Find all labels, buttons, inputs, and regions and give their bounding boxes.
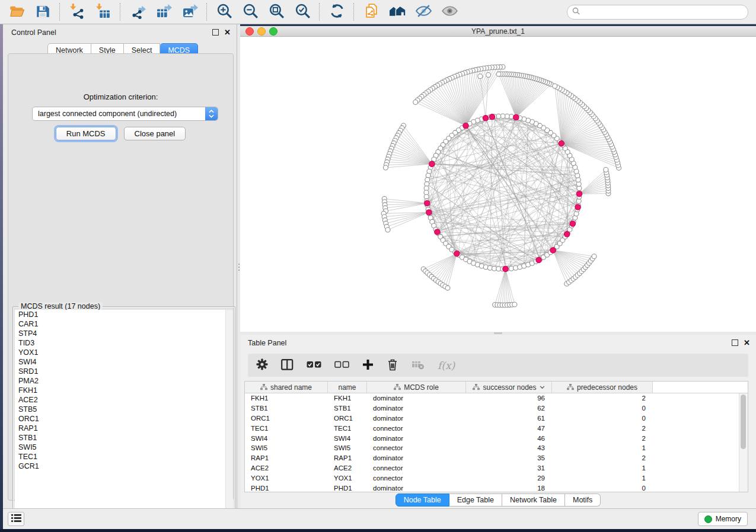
table-row[interactable]: SWI5SWI5connector431 [245, 443, 748, 453]
tab-node-table[interactable]: Node Table [395, 493, 449, 507]
node-table: shared namenameMCDS rolesuccessor nodesp… [244, 381, 748, 492]
table-row[interactable]: ACE2ACE2connector311 [245, 463, 748, 473]
deselect-all-columns-button[interactable] [334, 360, 349, 371]
clone-network-button[interactable] [362, 3, 380, 21]
export-network-button[interactable] [129, 3, 146, 21]
create-column-button[interactable] [362, 359, 374, 372]
mcds-result-item[interactable]: SWI5 [15, 443, 233, 452]
zoom-fit-button[interactable] [267, 3, 285, 21]
columns-icon [281, 359, 294, 372]
mcds-result-item[interactable]: TID3 [15, 338, 233, 348]
scrollbar-thumb[interactable] [741, 395, 746, 449]
show-columns-button[interactable] [281, 359, 294, 372]
zoom-out-button[interactable] [241, 3, 259, 21]
mcds-result-item[interactable]: RAP1 [15, 424, 233, 433]
close-panel-icon[interactable]: ✕ [744, 339, 750, 347]
mcds-result-item[interactable]: ACE2 [15, 395, 233, 405]
refresh-button[interactable] [328, 3, 346, 21]
table-row[interactable]: YOX1YOX1connector291 [245, 473, 748, 483]
mcds-result-item[interactable]: STB5 [15, 405, 233, 414]
table-cell: SWI4 [245, 435, 328, 442]
search-input[interactable] [583, 7, 743, 17]
divider-grip-icon[interactable] [494, 332, 502, 334]
network-window-titlebar[interactable]: YPA_prune.txt_1 [240, 26, 756, 37]
table-row[interactable]: ORC1ORC1dominator610 [245, 414, 748, 424]
table-cell: dominator [367, 415, 466, 422]
mcds-result-item[interactable]: STP4 [15, 329, 233, 338]
table-row[interactable]: FKH1FKH1dominator962 [245, 393, 748, 403]
first-neighbors-button[interactable] [388, 3, 406, 21]
table-cell: RAP1 [245, 454, 328, 462]
mcds-list-scrollbar[interactable] [225, 310, 233, 525]
column-header-shared-name[interactable]: shared name [245, 382, 328, 393]
network-canvas[interactable] [240, 37, 756, 332]
table-row[interactable]: TEC1TEC1connector472 [245, 423, 748, 433]
zoom-selected-button[interactable] [294, 3, 311, 21]
close-panel-icon[interactable]: ✕ [224, 28, 231, 36]
table-cell: dominator [367, 454, 466, 462]
column-header-name[interactable]: name [328, 382, 367, 393]
run-mcds-button[interactable]: Run MCDS [56, 127, 116, 140]
table-cell: SWI5 [328, 444, 367, 451]
memory-button[interactable]: Memory [698, 512, 748, 526]
table-cell: 2 [552, 395, 653, 402]
column-header-successor-nodes[interactable]: successor nodes [466, 382, 552, 393]
export-table-icon [156, 3, 172, 21]
table-cell: 2 [552, 454, 653, 462]
memory-status-icon [704, 515, 712, 523]
table-row[interactable]: PHD1PHD1dominator180 [245, 483, 748, 493]
import-table-button[interactable] [94, 3, 112, 21]
zoom-in-button[interactable] [215, 3, 233, 21]
show-all-button[interactable] [441, 3, 458, 21]
optimization-criterion-dropdown[interactable]: largest connected component (undirected) [32, 107, 218, 121]
export-table-button[interactable] [155, 3, 173, 21]
table-row[interactable]: RAP1RAP1dominator352 [245, 453, 748, 463]
table-cell: YOX1 [328, 475, 367, 482]
tab-network-table[interactable]: Network Table [502, 493, 565, 507]
import-network-button[interactable] [68, 3, 86, 21]
tab-motifs[interactable]: Motifs [565, 493, 601, 507]
table-cell: connector [367, 444, 466, 451]
mcds-result-item[interactable]: PMA2 [15, 376, 233, 386]
save-session-button[interactable] [34, 3, 52, 21]
mcds-result-item[interactable]: ORC1 [15, 414, 233, 424]
mcds-result-item[interactable]: FKH1 [15, 386, 233, 395]
column-header-predecessor-nodes[interactable]: predecessor nodes [552, 382, 653, 393]
table-cell: 1 [552, 444, 653, 451]
select-all-columns-button[interactable] [307, 360, 321, 371]
table-cell: STB1 [328, 405, 367, 412]
float-panel-icon[interactable] [732, 339, 738, 346]
delete-column-button[interactable] [387, 358, 398, 373]
mcds-result-item[interactable]: TEC1 [15, 452, 233, 462]
network-window-title: YPA_prune.txt_1 [240, 27, 756, 36]
table-cell: connector [367, 464, 466, 472]
mcds-result-item[interactable]: GCR1 [15, 462, 233, 471]
tab-edge-table[interactable]: Edge Table [449, 493, 502, 507]
table-row[interactable]: STB1STB1dominator620 [245, 403, 748, 414]
search-field[interactable] [567, 5, 748, 20]
zoom-in-icon [216, 3, 232, 21]
table-cell: FKH1 [245, 395, 328, 402]
table-row[interactable]: SWI4SWI4dominator462 [245, 433, 748, 443]
table-settings-button[interactable] [256, 358, 268, 372]
float-panel-icon[interactable] [212, 29, 219, 36]
dropdown-value: largest connected component (undirected) [33, 110, 205, 118]
mcds-result-item[interactable]: SWI4 [15, 357, 233, 367]
export-image-button[interactable] [181, 3, 199, 21]
mcds-result-item[interactable]: SRD1 [15, 367, 233, 376]
hide-selected-button[interactable] [414, 3, 432, 21]
mcds-result-item[interactable]: PHD1 [15, 310, 233, 319]
mcds-result-item[interactable]: CAR1 [15, 319, 233, 329]
table-scrollbar[interactable] [739, 393, 748, 492]
mcds-result-list[interactable]: PHD1CAR1STP4TID3YOX1SWI4SRD1PMA2FKH1ACE2… [15, 310, 233, 525]
open-file-button[interactable] [8, 3, 25, 21]
table-cell: connector [367, 475, 466, 482]
zoom-selected-icon [295, 3, 311, 21]
table-cell: RAP1 [328, 454, 367, 462]
column-header-MCDS-role[interactable]: MCDS role [367, 382, 466, 393]
show-panels-button[interactable] [8, 512, 24, 526]
mcds-result-item[interactable]: YOX1 [15, 348, 233, 357]
table-cell: dominator [367, 435, 466, 442]
close-panel-button[interactable]: Close panel [124, 127, 186, 140]
mcds-result-item[interactable]: STB1 [15, 433, 233, 443]
